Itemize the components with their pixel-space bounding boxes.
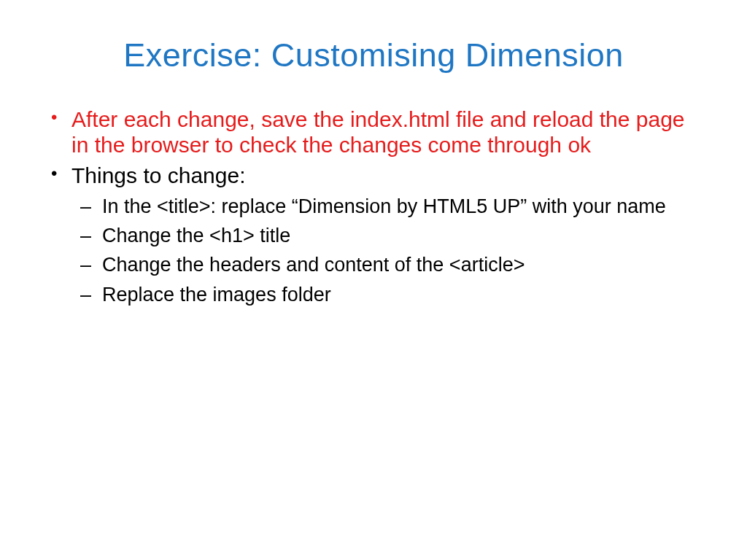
main-bullet-list: After each change, save the index.html f… bbox=[51, 107, 696, 306]
sub-bullet-4: Replace the images folder bbox=[102, 283, 696, 306]
bullet-item-2: Things to change: In the <title>: replac… bbox=[71, 163, 696, 306]
sub-bullet-2: Change the <h1> title bbox=[102, 224, 696, 247]
bullet-item-1: After each change, save the index.html f… bbox=[71, 107, 696, 158]
slide-title: Exercise: Customising Dimension bbox=[51, 36, 696, 74]
sub-bullet-list: In the <title>: replace “Dimension by HT… bbox=[71, 195, 696, 307]
bullet-item-2-text: Things to change: bbox=[71, 163, 246, 187]
sub-bullet-1: In the <title>: replace “Dimension by HT… bbox=[102, 195, 696, 218]
sub-bullet-3: Change the headers and content of the <a… bbox=[102, 253, 696, 276]
